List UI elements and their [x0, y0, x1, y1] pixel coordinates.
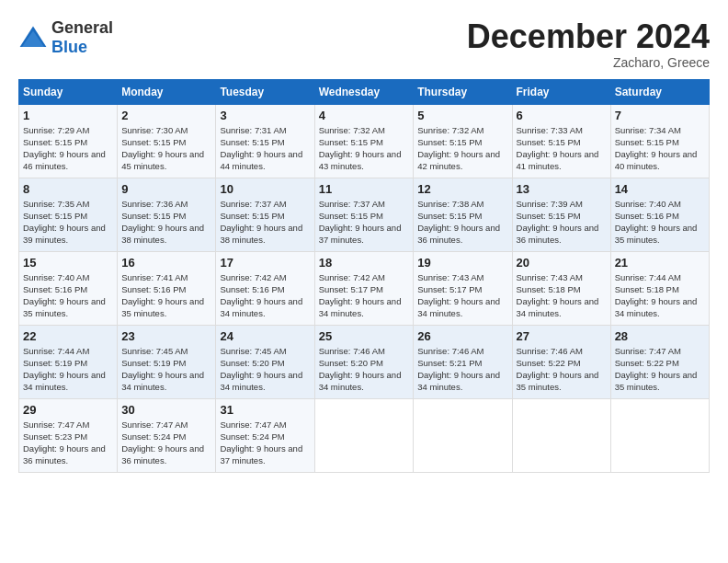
day-number: 25	[319, 329, 410, 343]
day-info: Sunrise: 7:37 AM Sunset: 5:15 PM Dayligh…	[220, 199, 302, 246]
day-number: 12	[417, 182, 507, 196]
day-number: 30	[121, 403, 211, 417]
day-info: Sunrise: 7:32 AM Sunset: 5:15 PM Dayligh…	[417, 125, 500, 172]
day-number: 31	[220, 403, 310, 417]
calendar-cell: 31 Sunrise: 7:47 AM Sunset: 5:24 PM Dayl…	[216, 398, 314, 472]
day-number: 11	[319, 182, 410, 196]
calendar-cell: 13 Sunrise: 7:39 AM Sunset: 5:15 PM Dayl…	[512, 178, 610, 251]
col-sunday: Sunday	[19, 79, 118, 104]
col-thursday: Thursday	[414, 79, 512, 104]
calendar-week-row: 8 Sunrise: 7:35 AM Sunset: 5:15 PM Dayli…	[19, 178, 710, 251]
day-number: 13	[517, 182, 607, 196]
day-info: Sunrise: 7:44 AM Sunset: 5:19 PM Dayligh…	[23, 346, 106, 393]
calendar-cell: 5 Sunrise: 7:32 AM Sunset: 5:15 PM Dayli…	[414, 104, 512, 178]
calendar-cell: 21 Sunrise: 7:44 AM Sunset: 5:18 PM Dayl…	[610, 251, 709, 325]
calendar-cell: 23 Sunrise: 7:45 AM Sunset: 5:19 PM Dayl…	[118, 325, 216, 398]
col-saturday: Saturday	[610, 79, 709, 104]
logo-general: General	[51, 18, 113, 37]
logo-blue: Blue	[51, 38, 87, 56]
day-info: Sunrise: 7:44 AM Sunset: 5:18 PM Dayligh…	[615, 272, 698, 319]
col-wednesday: Wednesday	[314, 79, 414, 104]
day-info: Sunrise: 7:42 AM Sunset: 5:17 PM Dayligh…	[319, 272, 402, 319]
day-info: Sunrise: 7:37 AM Sunset: 5:15 PM Dayligh…	[319, 199, 402, 246]
calendar-cell: 27 Sunrise: 7:46 AM Sunset: 5:22 PM Dayl…	[512, 325, 610, 398]
day-info: Sunrise: 7:45 AM Sunset: 5:20 PM Dayligh…	[220, 346, 302, 393]
calendar-cell: 12 Sunrise: 7:38 AM Sunset: 5:15 PM Dayl…	[414, 178, 512, 251]
calendar-cell: 17 Sunrise: 7:42 AM Sunset: 5:16 PM Dayl…	[216, 251, 314, 325]
day-info: Sunrise: 7:35 AM Sunset: 5:15 PM Dayligh…	[23, 199, 106, 246]
day-info: Sunrise: 7:40 AM Sunset: 5:16 PM Dayligh…	[23, 272, 106, 319]
calendar-cell: 29 Sunrise: 7:47 AM Sunset: 5:23 PM Dayl…	[19, 398, 118, 472]
day-number: 20	[517, 256, 607, 270]
col-friday: Friday	[512, 79, 610, 104]
calendar-cell: 22 Sunrise: 7:44 AM Sunset: 5:19 PM Dayl…	[19, 325, 118, 398]
day-number: 21	[615, 256, 705, 270]
day-info: Sunrise: 7:36 AM Sunset: 5:15 PM Dayligh…	[121, 199, 204, 246]
logo-icon	[18, 25, 48, 51]
day-number: 7	[615, 109, 705, 122]
day-info: Sunrise: 7:45 AM Sunset: 5:19 PM Dayligh…	[121, 346, 204, 393]
day-info: Sunrise: 7:31 AM Sunset: 5:15 PM Dayligh…	[220, 125, 302, 172]
day-number: 8	[23, 182, 113, 196]
calendar-cell: 10 Sunrise: 7:37 AM Sunset: 5:15 PM Dayl…	[216, 178, 314, 251]
col-monday: Monday	[118, 79, 216, 104]
title-area: December 2024 Zacharo, Greece	[467, 18, 710, 70]
calendar-cell: 30 Sunrise: 7:47 AM Sunset: 5:24 PM Dayl…	[118, 398, 216, 472]
day-number: 22	[23, 329, 113, 343]
calendar-cell: 2 Sunrise: 7:30 AM Sunset: 5:15 PM Dayli…	[118, 104, 216, 178]
calendar-cell: 6 Sunrise: 7:33 AM Sunset: 5:15 PM Dayli…	[512, 104, 610, 178]
calendar-cell: 24 Sunrise: 7:45 AM Sunset: 5:20 PM Dayl…	[216, 325, 314, 398]
day-info: Sunrise: 7:42 AM Sunset: 5:16 PM Dayligh…	[220, 272, 302, 319]
day-info: Sunrise: 7:34 AM Sunset: 5:15 PM Dayligh…	[615, 125, 698, 172]
day-info: Sunrise: 7:32 AM Sunset: 5:15 PM Dayligh…	[319, 125, 402, 172]
day-number: 24	[220, 329, 310, 343]
col-tuesday: Tuesday	[216, 79, 314, 104]
day-number: 16	[121, 256, 211, 270]
day-number: 2	[121, 109, 211, 122]
day-info: Sunrise: 7:29 AM Sunset: 5:15 PM Dayligh…	[23, 125, 106, 172]
calendar-header-row: Sunday Monday Tuesday Wednesday Thursday…	[19, 79, 710, 104]
day-number: 29	[23, 403, 113, 417]
calendar-cell: 26 Sunrise: 7:46 AM Sunset: 5:21 PM Dayl…	[414, 325, 512, 398]
day-number: 10	[220, 182, 310, 196]
calendar-cell: 8 Sunrise: 7:35 AM Sunset: 5:15 PM Dayli…	[19, 178, 118, 251]
day-number: 3	[220, 109, 310, 122]
day-number: 23	[121, 329, 211, 343]
calendar-cell: 1 Sunrise: 7:29 AM Sunset: 5:15 PM Dayli…	[19, 104, 118, 178]
logo-text: General Blue	[51, 18, 113, 57]
calendar-week-row: 29 Sunrise: 7:47 AM Sunset: 5:23 PM Dayl…	[19, 398, 710, 472]
calendar-cell: 3 Sunrise: 7:31 AM Sunset: 5:15 PM Dayli…	[216, 104, 314, 178]
day-info: Sunrise: 7:46 AM Sunset: 5:21 PM Dayligh…	[417, 346, 500, 393]
day-info: Sunrise: 7:43 AM Sunset: 5:18 PM Dayligh…	[517, 272, 599, 319]
calendar-cell: 19 Sunrise: 7:43 AM Sunset: 5:17 PM Dayl…	[414, 251, 512, 325]
calendar-week-row: 1 Sunrise: 7:29 AM Sunset: 5:15 PM Dayli…	[19, 104, 710, 178]
day-info: Sunrise: 7:41 AM Sunset: 5:16 PM Dayligh…	[121, 272, 204, 319]
header: General Blue December 2024 Zacharo, Gree…	[18, 18, 710, 70]
day-info: Sunrise: 7:43 AM Sunset: 5:17 PM Dayligh…	[417, 272, 500, 319]
day-number: 15	[23, 256, 113, 270]
day-number: 17	[220, 256, 310, 270]
calendar-cell: 11 Sunrise: 7:37 AM Sunset: 5:15 PM Dayl…	[314, 178, 414, 251]
calendar-week-row: 22 Sunrise: 7:44 AM Sunset: 5:19 PM Dayl…	[19, 325, 710, 398]
day-info: Sunrise: 7:46 AM Sunset: 5:20 PM Dayligh…	[319, 346, 402, 393]
day-info: Sunrise: 7:39 AM Sunset: 5:15 PM Dayligh…	[517, 199, 599, 246]
day-info: Sunrise: 7:30 AM Sunset: 5:15 PM Dayligh…	[121, 125, 204, 172]
calendar-cell	[610, 398, 709, 472]
day-info: Sunrise: 7:46 AM Sunset: 5:22 PM Dayligh…	[517, 346, 599, 393]
calendar-cell: 14 Sunrise: 7:40 AM Sunset: 5:16 PM Dayl…	[610, 178, 709, 251]
calendar-cell: 28 Sunrise: 7:47 AM Sunset: 5:22 PM Dayl…	[610, 325, 709, 398]
day-number: 1	[23, 109, 113, 122]
day-info: Sunrise: 7:47 AM Sunset: 5:24 PM Dayligh…	[121, 419, 204, 466]
calendar-cell: 15 Sunrise: 7:40 AM Sunset: 5:16 PM Dayl…	[19, 251, 118, 325]
day-number: 4	[319, 109, 410, 122]
calendar-table: Sunday Monday Tuesday Wednesday Thursday…	[18, 79, 710, 473]
day-number: 19	[417, 256, 507, 270]
calendar-cell: 16 Sunrise: 7:41 AM Sunset: 5:16 PM Dayl…	[118, 251, 216, 325]
logo: General Blue	[18, 18, 113, 57]
calendar-week-row: 15 Sunrise: 7:40 AM Sunset: 5:16 PM Dayl…	[19, 251, 710, 325]
day-number: 18	[319, 256, 410, 270]
calendar-cell: 20 Sunrise: 7:43 AM Sunset: 5:18 PM Dayl…	[512, 251, 610, 325]
day-number: 26	[417, 329, 507, 343]
day-number: 27	[517, 329, 607, 343]
day-info: Sunrise: 7:47 AM Sunset: 5:23 PM Dayligh…	[23, 419, 106, 466]
